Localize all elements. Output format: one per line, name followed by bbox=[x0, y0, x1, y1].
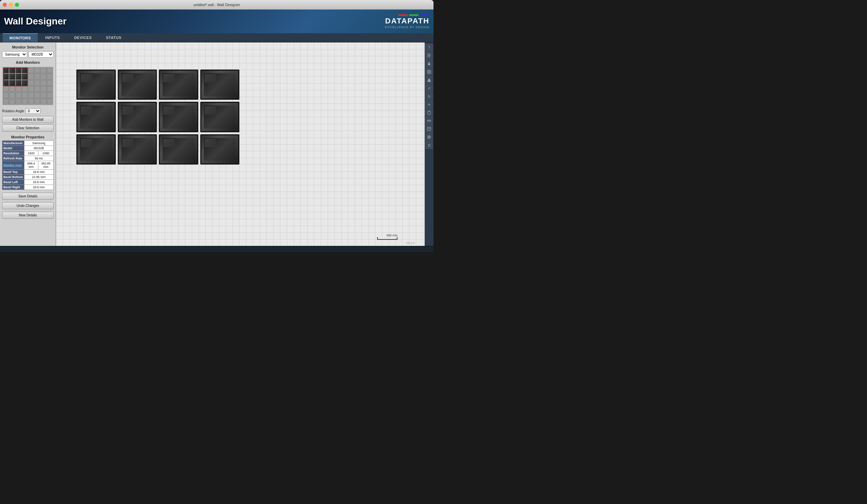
grid-cell-6-3[interactable] bbox=[15, 99, 21, 105]
ruler-button[interactable] bbox=[425, 117, 433, 124]
grid-cell-5-5[interactable] bbox=[28, 92, 34, 98]
grid-cell-4-3[interactable] bbox=[15, 86, 21, 92]
grid-cell-1-3[interactable] bbox=[15, 67, 21, 73]
minimize-button[interactable] bbox=[9, 3, 13, 7]
clear-selection-button[interactable]: Clear Selection bbox=[2, 124, 54, 132]
grid-cell-5-6[interactable] bbox=[34, 92, 40, 98]
monitor-display-1-2[interactable] bbox=[118, 69, 157, 100]
canvas-area[interactable]: 500 mm v2.1.2 bbox=[56, 42, 425, 246]
undo-button[interactable]: ↺ bbox=[425, 85, 433, 92]
grid-cell-4-5[interactable] bbox=[28, 86, 34, 92]
grid-cell-6-5[interactable] bbox=[28, 99, 34, 105]
grid-cell-2-7[interactable] bbox=[40, 74, 46, 79]
grid-cell-1-7[interactable] bbox=[40, 67, 46, 73]
grid-cell-4-1[interactable] bbox=[3, 86, 9, 92]
monitor-display-2-4[interactable] bbox=[200, 102, 240, 132]
grid-cell-3-4[interactable] bbox=[22, 80, 28, 86]
grid-cell-2-1[interactable] bbox=[3, 74, 9, 79]
globe-button[interactable] bbox=[425, 133, 433, 141]
grid-cell-5-1[interactable] bbox=[3, 92, 9, 98]
grid-cell-2-5[interactable] bbox=[28, 74, 34, 79]
maximize-button[interactable] bbox=[15, 3, 19, 7]
tab-monitors[interactable]: MONITORS bbox=[3, 33, 38, 42]
grid-cell-2-6[interactable] bbox=[34, 74, 40, 79]
manufacturer-select[interactable]: Samsung Dell LG NEC bbox=[2, 51, 27, 58]
window-controls[interactable] bbox=[3, 3, 19, 7]
grid-cell-5-2[interactable] bbox=[9, 92, 15, 98]
new-details-button[interactable]: New Details bbox=[2, 212, 54, 219]
grid-cell-1-1[interactable] bbox=[3, 67, 9, 73]
grid-cell-3-7[interactable] bbox=[40, 80, 46, 86]
user-button[interactable] bbox=[425, 76, 433, 84]
grid-cell-5-8[interactable] bbox=[47, 92, 53, 98]
redo-button[interactable]: ↻ bbox=[425, 92, 433, 100]
menu-button[interactable]: ☰ bbox=[425, 141, 433, 149]
grid-cell-2-3[interactable] bbox=[15, 74, 21, 79]
tab-inputs[interactable]: INPUTS bbox=[38, 33, 66, 42]
grid-cell-4-6[interactable] bbox=[34, 86, 40, 92]
monitor-display-3-2[interactable] bbox=[118, 134, 157, 164]
monitor-display-3-1[interactable] bbox=[76, 134, 116, 164]
grid-cell-5-3[interactable] bbox=[15, 92, 21, 98]
grid-cell-6-2[interactable] bbox=[9, 99, 15, 105]
rotation-select[interactable]: 0 90 180 270 bbox=[25, 108, 41, 114]
canvas-grid[interactable]: 500 mm v2.1.2 bbox=[56, 42, 425, 246]
right-toolbar: ? ↺ ↻ ✛ bbox=[425, 42, 434, 246]
tab-devices[interactable]: DEVICES bbox=[67, 33, 98, 42]
grid-cell-4-2[interactable] bbox=[9, 86, 15, 92]
prop-refresh-value: 50 Hz bbox=[24, 156, 53, 161]
monitor-display-1-4[interactable] bbox=[200, 69, 240, 100]
status-bar bbox=[0, 246, 434, 252]
table-button[interactable] bbox=[425, 125, 433, 133]
grid-cell-3-8[interactable] bbox=[47, 80, 53, 86]
monitor-display-2-2[interactable] bbox=[118, 102, 157, 132]
monitor-display-3-4[interactable] bbox=[200, 134, 240, 164]
grid-cell-3-2[interactable] bbox=[9, 80, 15, 86]
grid-button[interactable] bbox=[425, 68, 433, 76]
monitor-wall[interactable] bbox=[76, 69, 239, 164]
grid-cell-1-4[interactable] bbox=[22, 67, 28, 73]
monitor-display-1-3[interactable] bbox=[159, 69, 198, 100]
grid-cell-4-4[interactable] bbox=[22, 86, 28, 92]
grid-cell-2-4[interactable] bbox=[22, 74, 28, 79]
help-button[interactable]: ? bbox=[425, 44, 433, 51]
monitor-display-2-3[interactable] bbox=[159, 102, 198, 132]
grid-cell-5-4[interactable] bbox=[22, 92, 28, 98]
monitor-display-1-1[interactable] bbox=[76, 69, 116, 100]
grid-cell-4-7[interactable] bbox=[40, 86, 46, 92]
model-select[interactable]: MD32B MD32C MD40B bbox=[29, 51, 54, 58]
grid-cell-3-3[interactable] bbox=[15, 80, 21, 86]
lock-button[interactable] bbox=[425, 60, 433, 67]
add-monitors-button[interactable]: Add Monitors to Wall bbox=[2, 116, 54, 123]
grid-cell-1-6[interactable] bbox=[34, 67, 40, 73]
clipboard-button[interactable] bbox=[425, 109, 433, 116]
grid-cell-3-5[interactable] bbox=[28, 80, 34, 86]
grid-cell-4-8[interactable] bbox=[47, 86, 53, 92]
tab-status[interactable]: STATUS bbox=[99, 33, 128, 42]
save-details-button[interactable]: Save Details bbox=[2, 193, 54, 200]
prop-display-area-label[interactable]: Display Area bbox=[2, 161, 24, 169]
prop-bezel-left-label: Bezel Left bbox=[2, 180, 24, 185]
monitor-display-2-1[interactable] bbox=[76, 102, 116, 132]
grid-cell-6-6[interactable] bbox=[34, 99, 40, 105]
grid-cell-1-2[interactable] bbox=[9, 67, 15, 73]
grid-cell-5-7[interactable] bbox=[40, 92, 46, 98]
grid-cell-6-1[interactable] bbox=[3, 99, 9, 105]
new-button[interactable] bbox=[425, 52, 433, 59]
grid-cell-1-8[interactable] bbox=[47, 67, 53, 73]
grid-cell-2-8[interactable] bbox=[47, 74, 53, 79]
undo-changes-button[interactable]: Undo Changes bbox=[2, 202, 54, 209]
grid-cell-3-6[interactable] bbox=[34, 80, 40, 86]
monitor-display-3-3[interactable] bbox=[159, 134, 198, 164]
rotation-label: Rotation Angle bbox=[2, 109, 24, 113]
grid-cell-6-7[interactable] bbox=[40, 99, 46, 105]
grid-cell-6-4[interactable] bbox=[22, 99, 28, 105]
grid-cell-3-1[interactable] bbox=[3, 80, 9, 86]
grid-cell-2-2[interactable] bbox=[9, 74, 15, 79]
grid-cell-6-8[interactable] bbox=[47, 99, 53, 105]
close-button[interactable] bbox=[3, 3, 7, 7]
monitor-grid-selector[interactable] bbox=[2, 66, 54, 106]
monitor-grid-inner[interactable] bbox=[3, 67, 53, 105]
grid-cell-1-5[interactable] bbox=[28, 67, 34, 73]
move-button[interactable]: ✛ bbox=[425, 101, 433, 108]
